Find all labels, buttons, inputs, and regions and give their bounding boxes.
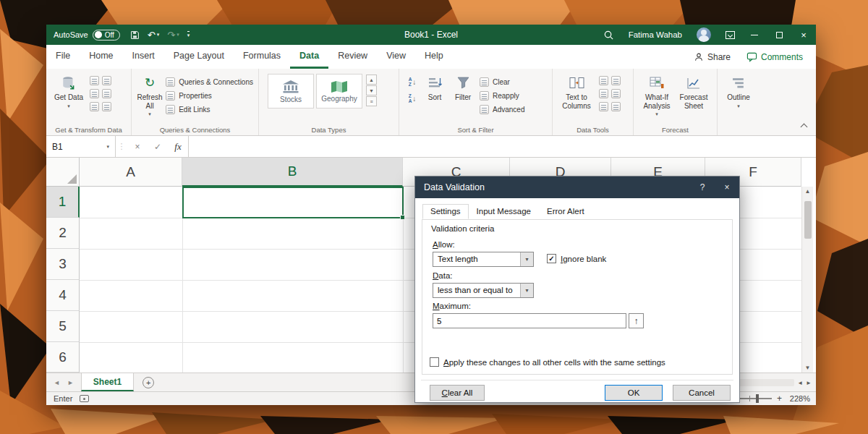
get-data-button[interactable]: Get Data ▾ [51, 72, 87, 109]
comments-button[interactable]: Comments [746, 51, 803, 62]
menu-tab-formulas[interactable]: Formulas [234, 45, 290, 69]
macro-record-icon[interactable] [80, 395, 89, 402]
mini-tool-icon[interactable] [102, 102, 111, 111]
maximize-button[interactable] [767, 25, 791, 45]
maximum-input[interactable] [433, 313, 626, 328]
row-header-1[interactable]: 1 [46, 187, 80, 218]
mini-tool-icon[interactable] [611, 89, 621, 98]
dialog-title-bar[interactable]: Data Validation ? × [415, 176, 739, 198]
sheet-nav-right-button[interactable]: ► [67, 379, 74, 386]
zoom-level[interactable]: 228% [787, 394, 810, 403]
selected-cell-b1[interactable] [182, 187, 404, 218]
mini-tool-icon[interactable] [611, 76, 621, 85]
clear-all-button[interactable]: Clear All [430, 385, 485, 401]
mini-tool-icon[interactable] [599, 89, 608, 98]
close-button[interactable]: × [791, 25, 816, 45]
menu-tab-data[interactable]: Data [290, 45, 328, 69]
name-box[interactable]: B1 ▾ [46, 136, 116, 157]
customize-qat-button[interactable]: ▾ [187, 31, 190, 38]
scroll-up-button[interactable]: ▲ [805, 188, 811, 195]
sheet-nav-left-button[interactable]: ◄ [54, 379, 60, 386]
refresh-all-button[interactable]: ↻ Refresh All ▾ [136, 72, 163, 117]
queries-connections-button[interactable]: Queries & Connections [163, 75, 255, 89]
menu-tab-page-layout[interactable]: Page Layout [164, 45, 234, 69]
range-selector-button[interactable]: ↑ [629, 313, 644, 328]
vertical-scroll-thumb[interactable] [804, 201, 812, 239]
mini-tool-icon[interactable] [90, 89, 99, 98]
dropdown-arrow-icon[interactable]: ▾ [520, 284, 533, 297]
hscroll-left-button[interactable]: ◄ [797, 380, 803, 386]
save-button[interactable] [130, 30, 140, 40]
geography-card[interactable]: Geography [316, 74, 362, 109]
apply-all-checkbox[interactable]: Apply these changes to all other cells w… [430, 357, 665, 367]
mini-tool-icon[interactable] [599, 76, 608, 85]
tab-input-message[interactable]: Input Message [469, 204, 539, 219]
collapse-ribbon-button[interactable] [801, 124, 807, 130]
row-header-3[interactable]: 3 [46, 249, 80, 280]
mini-tool-icon[interactable] [102, 89, 111, 98]
stocks-card[interactable]: Stocks [268, 74, 314, 109]
data-dropdown[interactable]: less than or equal to ▾ [433, 283, 534, 298]
mini-tool-icon[interactable] [599, 102, 608, 111]
checkbox-unchecked-icon[interactable] [430, 357, 439, 367]
what-if-analysis-button[interactable]: What-If Analysis ▾ [638, 72, 676, 117]
formula-enter-button[interactable]: ✓ [148, 136, 168, 157]
allow-dropdown[interactable]: Text length ▾ [433, 252, 534, 267]
ok-button[interactable]: OK [605, 385, 663, 401]
menu-tab-file[interactable]: File [46, 45, 80, 69]
row-header-4[interactable]: 4 [46, 280, 80, 311]
name-box-dropdown-icon[interactable]: ▾ [106, 144, 109, 150]
redo-button[interactable]: ↷▾ [167, 30, 179, 41]
gallery-more-button[interactable]: ≡ [366, 96, 377, 106]
menu-tab-help[interactable]: Help [415, 45, 453, 69]
scroll-down-button[interactable]: ▼ [805, 365, 811, 371]
dialog-help-button[interactable]: ? [690, 176, 715, 198]
checkbox-checked-icon[interactable]: ✓ [547, 254, 556, 263]
column-header-a[interactable]: A [80, 158, 182, 187]
dropdown-arrow-icon[interactable]: ▾ [520, 252, 533, 266]
insert-function-button[interactable]: fx [168, 136, 188, 157]
ribbon-display-options-button[interactable] [718, 25, 742, 45]
fill-handle[interactable] [400, 215, 405, 220]
zoom-in-button[interactable]: + [777, 393, 782, 404]
minimize-button[interactable] [742, 25, 767, 45]
vertical-scrollbar[interactable]: ▲ ▼ [801, 187, 813, 373]
undo-button[interactable]: ↶▾ [148, 30, 159, 41]
reapply-button[interactable]: Reapply [477, 89, 527, 103]
gallery-down-button[interactable]: ▼ [366, 85, 377, 95]
formula-input[interactable] [188, 136, 816, 157]
avatar[interactable] [689, 25, 718, 45]
search-button[interactable] [596, 25, 621, 45]
menu-tab-insert[interactable]: Insert [123, 45, 164, 69]
row-header-2[interactable]: 2 [46, 218, 80, 249]
outline-button[interactable]: Outline ▾ [722, 72, 755, 109]
properties-button[interactable]: Properties [163, 89, 255, 103]
advanced-button[interactable]: Advanced [477, 103, 527, 116]
tab-error-alert[interactable]: Error Alert [539, 204, 592, 219]
share-button[interactable]: Share [694, 52, 731, 62]
mini-tool-icon[interactable] [102, 76, 111, 85]
menu-tab-view[interactable]: View [377, 45, 415, 69]
forecast-sheet-button[interactable]: Forecast Sheet [676, 72, 712, 110]
mini-tool-icon[interactable] [611, 102, 621, 111]
filter-button[interactable]: Filter [448, 72, 477, 102]
tab-settings[interactable]: Settings [422, 204, 469, 219]
text-to-columns-button[interactable]: Text to Columns [557, 72, 596, 110]
row-header-5[interactable]: 5 [46, 311, 80, 342]
column-header-b[interactable]: B [182, 158, 403, 187]
cancel-button[interactable]: Cancel [673, 385, 731, 401]
menu-tab-review[interactable]: Review [328, 45, 377, 69]
clear-button[interactable]: Clear [477, 75, 527, 89]
formula-cancel-button[interactable]: × [127, 136, 148, 157]
dialog-close-button[interactable]: × [715, 176, 739, 198]
row-header-6[interactable]: 6 [46, 342, 80, 373]
sort-button[interactable]: Sort [421, 72, 448, 102]
gallery-up-button[interactable]: ▲ [366, 75, 377, 85]
menu-tab-home[interactable]: Home [80, 45, 122, 69]
add-sheet-button[interactable]: + [142, 377, 154, 388]
mini-tool-icon[interactable] [90, 76, 99, 85]
zoom-slider-thumb[interactable] [756, 394, 759, 403]
select-all-corner[interactable] [46, 158, 80, 187]
user-name[interactable]: Fatima Wahab [621, 25, 689, 45]
sort-za-button[interactable]: ZA↓ [404, 93, 421, 105]
